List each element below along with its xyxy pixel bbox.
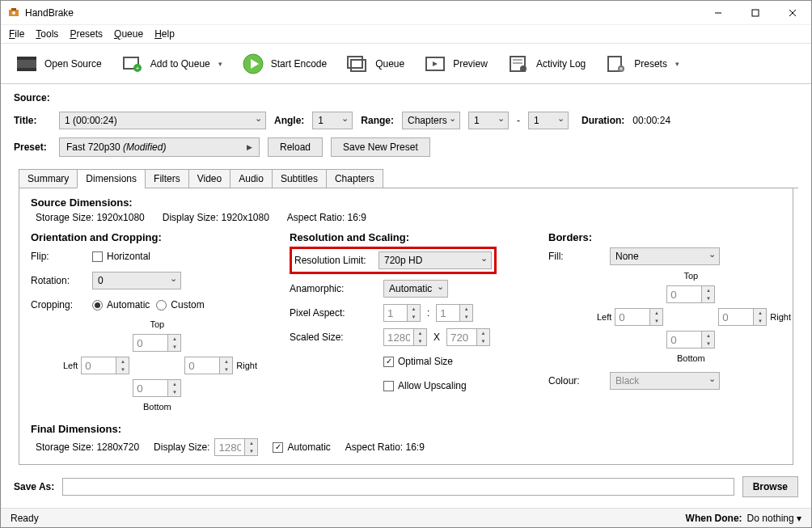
tab-dimensions[interactable]: Dimensions [77,169,146,188]
border-top-input[interactable]: ▲▼ [666,285,715,303]
queue-add-icon: + [121,53,144,74]
scaled-width-input[interactable]: ▲▼ [383,328,427,346]
anamorphic-select[interactable]: Automatic [383,280,448,298]
svg-point-25 [620,67,623,70]
menu-presets[interactable]: Presets [65,27,108,41]
scaled-height-input[interactable]: ▲▼ [446,328,490,346]
start-encode-button[interactable]: Start Encode [234,50,335,78]
dimensions-panel: Source Dimensions: Storage Size: 1920x10… [19,188,793,465]
app-icon [7,6,20,19]
preset-select[interactable]: Fast 720p30 (Modified) [59,137,260,157]
queue-button[interactable]: Queue [338,50,412,78]
film-icon [15,53,38,74]
svg-rect-9 [17,68,36,71]
menu-file[interactable]: File [4,27,29,41]
border-right-input[interactable]: ▲▼ [718,308,767,326]
final-automatic-checkbox[interactable]: ✓Automatic [273,441,330,453]
anamorphic-label: Anamorphic: [290,283,377,294]
play-icon [242,53,264,74]
maximize-button[interactable] [737,1,774,25]
rotation-label: Rotation: [31,275,86,286]
flip-horizontal-checkbox[interactable]: Horizontal [92,251,150,262]
presets-icon [605,53,628,74]
final-dimensions-header: Final Dimensions: [31,423,781,435]
add-to-queue-button[interactable]: + Add to Queue ▾ [113,50,230,78]
source-label: Source: [14,92,798,103]
tab-video[interactable]: Video [188,169,230,188]
src-storage: Storage Size: 1920x1080 [36,212,145,223]
when-done-select[interactable]: Do nothing ▾ [747,513,801,524]
minimize-button[interactable] [700,1,737,25]
duration-value: 00:00:24 [632,115,670,126]
resolution-limit-label: Resolution Limit: [294,255,372,266]
border-bottom-input[interactable]: ▲▼ [666,331,715,348]
allow-upscaling-checkbox[interactable]: Allow Upscaling [383,380,467,391]
menu-queue[interactable]: Queue [109,27,148,41]
close-button[interactable] [774,1,811,25]
chevron-down-icon: ▾ [218,60,222,68]
rotation-select[interactable]: 0 [92,272,181,289]
preview-button[interactable]: Preview [416,50,496,78]
queue-icon [346,53,369,74]
title-label: Title: [14,115,51,126]
activity-log-button[interactable]: Activity Log [499,50,594,78]
scaled-size-label: Scaled Size: [290,332,377,343]
chevron-down-icon: ▾ [675,60,679,68]
duration-label: Duration: [582,115,624,126]
angle-label: Angle: [274,115,304,126]
final-display-label: Display Size: [154,441,209,453]
menu-tools[interactable]: Tools [31,27,63,41]
svg-rect-4 [752,10,759,16]
source-dimensions-header: Source Dimensions: [31,196,781,209]
src-aspect: Aspect Ratio: 16:9 [287,212,366,223]
tab-filters[interactable]: Filters [145,169,189,188]
log-icon [507,53,530,74]
title-select[interactable]: 1 (00:00:24) [59,112,266,129]
save-as-input[interactable] [62,478,734,496]
src-display: Display Size: 1920x1080 [163,212,269,223]
menu-help[interactable]: Help [150,27,180,41]
open-source-button[interactable]: Open Source [7,50,110,78]
colour-select[interactable]: Black [610,372,720,390]
pixel-aspect-1-input[interactable]: ▲▼ [383,304,421,322]
resolution-limit-select[interactable]: 720p HD [379,251,492,269]
range-from-select[interactable]: 1 [468,112,509,129]
toolbar: Open Source + Add to Queue ▾ Start Encod… [1,44,811,84]
tab-audio[interactable]: Audio [230,169,273,188]
final-aspect: Aspect Ratio: 16:9 [345,441,425,453]
title-row: Title: 1 (00:00:24) Angle: 1 Range: Chap… [14,112,798,129]
pixel-aspect-2-input[interactable]: ▲▼ [436,304,473,322]
svg-rect-16 [351,60,366,71]
crop-top-input[interactable]: ▲▼ [133,334,181,352]
browse-button[interactable]: Browse [742,476,798,497]
border-left-input[interactable]: ▲▼ [615,308,663,326]
final-storage: Storage Size: 1280x720 [36,441,139,453]
svg-rect-1 [11,8,16,11]
orientation-header: Orientation and Cropping: [31,231,257,243]
fill-select[interactable]: None [610,247,720,265]
crop-bottom-input[interactable]: ▲▼ [133,379,181,397]
tab-subtitles[interactable]: Subtitles [272,169,327,188]
when-done-label: When Done: [686,513,742,524]
cropping-custom-radio[interactable]: Custom [156,299,204,310]
menubar: File Tools Presets Queue Help [1,25,811,43]
colour-label: Colour: [548,375,603,386]
reload-button[interactable]: Reload [268,137,323,157]
save-new-preset-button[interactable]: Save New Preset [331,137,430,157]
optimal-size-checkbox[interactable]: ✓Optimal Size [383,356,453,367]
statusbar: Ready When Done: Do nothing ▾ [1,508,811,527]
svg-marker-18 [433,61,438,66]
cropping-automatic-radio[interactable]: Automatic [92,299,150,310]
angle-select[interactable]: 1 [312,112,353,129]
tab-chapters[interactable]: Chapters [326,169,383,188]
crop-left-input[interactable]: ▲▼ [81,357,129,374]
titlebar: HandBrake [1,1,811,25]
svg-text:+: + [135,65,139,72]
presets-button[interactable]: Presets ▾ [597,50,687,78]
final-display-input[interactable]: ▲▼ [214,438,258,456]
tab-summary[interactable]: Summary [19,169,78,188]
svg-point-2 [12,11,15,15]
range-type-select[interactable]: Chapters [402,112,460,129]
crop-right-input[interactable]: ▲▼ [184,357,233,374]
range-to-select[interactable]: 1 [528,112,569,129]
